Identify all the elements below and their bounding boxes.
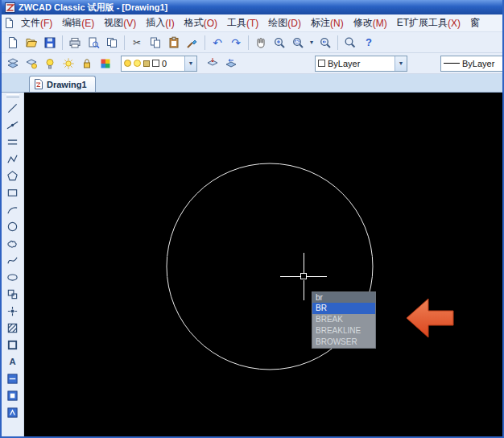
publish-button[interactable] — [103, 35, 121, 51]
menu-format-label: 格式 — [184, 16, 204, 30]
current-layer-value: 0 — [162, 59, 167, 68]
insert-block-button[interactable] — [4, 286, 22, 303]
rectangle-button[interactable] — [4, 184, 22, 201]
line-button[interactable] — [4, 100, 22, 117]
printer-icon — [68, 36, 81, 49]
new-button[interactable] — [4, 35, 22, 51]
polygon-icon — [6, 170, 19, 182]
paste-button[interactable] — [165, 35, 183, 51]
match-properties-button[interactable] — [184, 35, 201, 51]
toolbar-grip-handle[interactable] — [6, 94, 19, 97]
menu-dimension-hotkey: (N) — [330, 18, 344, 29]
layer-states-button[interactable] — [23, 56, 40, 72]
revision-cloud-button[interactable] — [4, 235, 22, 252]
new-icon — [6, 36, 19, 49]
undo-button[interactable]: ↶ — [209, 35, 226, 51]
title-bar: ZWCAD Classic 试用版 - [Drawing1] — [2, 0, 502, 14]
menu-tools-hotkey: (T) — [246, 18, 258, 29]
tool-blue-3-button[interactable] — [4, 404, 22, 421]
layer-states-icon — [25, 57, 38, 70]
document-menu-icon[interactable] — [2, 18, 16, 28]
layer-dropdown-arrow-icon[interactable]: ▼ — [184, 56, 196, 71]
zoom-window-button[interactable] — [289, 35, 307, 51]
layer-color-button[interactable] — [97, 56, 114, 72]
plot-button[interactable] — [66, 35, 84, 51]
work-area: A br BR BREAK BREAKL — [2, 93, 502, 438]
save-button[interactable] — [41, 35, 59, 51]
tool-blue-2-button[interactable] — [4, 387, 22, 404]
autocomplete-option-break[interactable]: BREAK — [312, 314, 375, 325]
menu-insert[interactable]: 插入(I) — [141, 14, 179, 31]
menu-window[interactable]: 窗 — [465, 14, 485, 31]
autocomplete-option-breakline[interactable]: BREAKLINE — [312, 325, 375, 337]
color-dropdown-arrow-icon[interactable]: ▼ — [395, 56, 407, 71]
color-dropdown[interactable]: ByLayer ▼ — [315, 56, 407, 72]
insert-block-icon — [6, 288, 19, 300]
linetype-dropdown[interactable]: ByLayer ▼ — [440, 56, 502, 72]
app-logo-icon[interactable] — [5, 2, 15, 13]
layer-thaw-button[interactable] — [60, 56, 77, 72]
help-button[interactable]: ? — [360, 35, 378, 51]
multiline-text-button[interactable]: A — [4, 353, 22, 370]
layer-dropdown[interactable]: 0 ▼ — [121, 56, 197, 72]
zoom-previous-button[interactable] — [316, 35, 334, 51]
menu-dimension[interactable]: 标注(N) — [306, 14, 349, 31]
drawing-canvas[interactable]: br BR BREAK BREAKLINE BROWSER — [24, 93, 502, 438]
menu-view[interactable]: 视图(V) — [99, 14, 141, 31]
menu-format-hotkey: (O) — [204, 18, 217, 29]
multiline-button[interactable] — [4, 134, 22, 151]
polyline-button[interactable] — [4, 151, 22, 167]
menu-insert-label: 插入 — [146, 16, 165, 30]
layer-lock-button[interactable] — [78, 56, 96, 72]
print-preview-button[interactable] — [85, 35, 102, 51]
layer-previous-button[interactable] — [222, 56, 240, 72]
print-preview-icon — [87, 36, 100, 49]
menu-et-tools[interactable]: ET扩展工具(X) — [392, 14, 465, 31]
menu-modify[interactable]: 修改(M) — [349, 14, 392, 31]
ellipse-button[interactable] — [4, 269, 22, 286]
toolbar-separator — [62, 35, 63, 50]
scissors-icon: ✂ — [133, 38, 141, 48]
layer-properties-button[interactable] — [4, 56, 22, 72]
autocomplete-option-browser[interactable]: BROWSER — [312, 337, 375, 348]
hatch-button[interactable] — [4, 320, 22, 337]
tool-blue-1-button[interactable] — [4, 370, 22, 387]
zoom-realtime-button[interactable] — [271, 35, 288, 51]
menu-format[interactable]: 格式(O) — [180, 14, 222, 31]
find-icon — [344, 36, 357, 49]
layer-thaw-state-icon — [134, 60, 141, 67]
find-button[interactable] — [341, 35, 359, 51]
autocomplete-option-br[interactable]: BR — [312, 303, 375, 314]
circle-button[interactable] — [4, 218, 22, 235]
pan-button[interactable] — [252, 35, 270, 51]
polygon-button[interactable] — [4, 167, 22, 184]
copy-button[interactable] — [147, 35, 164, 51]
menu-file-label: 文件 — [21, 16, 40, 30]
open-button[interactable] — [23, 35, 40, 51]
cut-button[interactable]: ✂ — [128, 35, 146, 51]
menu-et-tools-label: ET扩展工具 — [397, 16, 448, 30]
menu-file[interactable]: 文件(F) — [16, 14, 57, 31]
copy-icon — [149, 36, 162, 49]
revision-cloud-icon — [6, 238, 19, 250]
spline-button[interactable] — [4, 252, 22, 269]
menu-edit[interactable]: 编辑(E) — [57, 14, 99, 31]
layer-on-button[interactable] — [41, 56, 59, 72]
menu-draw[interactable]: 绘图(D) — [263, 14, 306, 31]
command-autocomplete: br BR BREAK BREAKLINE BROWSER — [312, 291, 376, 349]
construction-line-button[interactable] — [4, 117, 22, 134]
drawing-scene — [24, 93, 502, 438]
region-button[interactable] — [4, 337, 22, 353]
menu-view-hotkey: (V) — [123, 18, 136, 29]
zoom-flyout-arrow-icon[interactable]: ▾ — [308, 39, 316, 46]
make-object-layer-current-button[interactable] — [204, 56, 221, 72]
point-icon — [6, 305, 19, 317]
tab-drawing1[interactable]: Drawing1 — [29, 76, 96, 92]
redo-button[interactable]: ↷ — [227, 35, 245, 51]
menu-tools[interactable]: 工具(T) — [222, 14, 263, 31]
point-button[interactable] — [4, 303, 22, 320]
layers-icon — [6, 57, 19, 70]
color-palette-icon — [99, 57, 112, 70]
arc-button[interactable] — [4, 201, 22, 218]
sun-icon — [62, 57, 75, 70]
